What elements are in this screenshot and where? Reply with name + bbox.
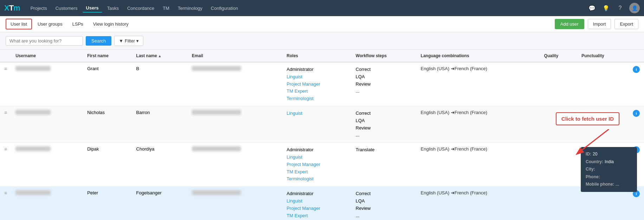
user-table-container: Username First name Last name Email Role… xyxy=(0,50,644,220)
avatar[interactable]: 👤 xyxy=(629,3,640,13)
table-header-row: Username First name Last name Email Role… xyxy=(0,50,644,62)
nav-configuration[interactable]: Configuration xyxy=(207,4,241,12)
chat-icon[interactable]: 💬 xyxy=(587,3,597,13)
filter-icon: ▼ xyxy=(119,38,123,44)
hamburger-icon[interactable]: ≡ xyxy=(4,190,7,196)
tooltip-id-value: 20 xyxy=(593,151,597,158)
firstname-cell: Nicholas xyxy=(83,106,132,142)
email-blur xyxy=(192,146,241,151)
tab-view-login-history[interactable]: View login history xyxy=(89,19,133,29)
workflow-cell: Correct LQA Review ... xyxy=(351,187,416,220)
workflow-cell: Correct LQA Review ... xyxy=(351,106,416,142)
lang-cell: English (USA) ➜French (France) xyxy=(416,106,540,142)
col-info xyxy=(629,50,644,62)
search-button[interactable]: Search xyxy=(86,36,111,46)
username-blur xyxy=(15,146,51,151)
hamburger-icon[interactable]: ≡ xyxy=(4,146,7,152)
info-icon[interactable]: i xyxy=(633,110,640,117)
nav-concordance[interactable]: Concordance xyxy=(124,4,158,12)
top-navigation: XTm Projects Customers Users Tasks Conco… xyxy=(0,0,644,16)
firstname-cell: Grant xyxy=(83,62,132,106)
tab-user-list[interactable]: User list xyxy=(6,19,32,29)
quality-cell xyxy=(540,187,577,220)
lastname-cell: B xyxy=(132,62,188,106)
user-table: Username First name Last name Email Role… xyxy=(0,50,644,220)
punctuality-cell xyxy=(577,62,629,106)
tooltip-mobile-label: Mobile phone: xyxy=(586,181,614,188)
tooltip-mobile-value: ... xyxy=(616,181,619,188)
tooltip-country-label: Country: xyxy=(586,158,603,166)
tab-user-groups[interactable]: User groups xyxy=(33,19,67,29)
username-blur xyxy=(15,190,51,195)
help-icon[interactable]: ? xyxy=(615,3,625,13)
col-quality: Quality xyxy=(540,50,577,62)
punctuality-cell xyxy=(577,106,629,142)
col-username: Username xyxy=(11,50,83,62)
lastname-cell: Chordiya xyxy=(132,143,188,187)
lightbulb-icon[interactable]: 💡 xyxy=(601,3,611,13)
info-icon[interactable]: i xyxy=(633,66,640,73)
workflow-cell: Translate xyxy=(351,143,416,187)
sub-navigation: User list User groups LSPs View login hi… xyxy=(0,16,644,32)
table-row: ≡ Grant B Administrator Linguist Project… xyxy=(0,62,644,106)
col-email: Email xyxy=(188,50,282,62)
hamburger-icon[interactable]: ≡ xyxy=(4,66,7,72)
nav-users[interactable]: Users xyxy=(83,4,102,13)
tooltip-country-value: India xyxy=(605,158,614,166)
export-button[interactable]: Export xyxy=(614,19,638,29)
table-row: ≡ Peter Fogelsanger Administrator Lingui… xyxy=(0,187,644,220)
tooltip-city-label: City: xyxy=(586,166,595,173)
roles-cell: Linguist xyxy=(282,106,351,142)
col-punctuality: Punctuality xyxy=(577,50,629,62)
quality-cell xyxy=(540,106,577,142)
import-button[interactable]: Import xyxy=(588,19,611,29)
lastname-cell: Fogelsanger xyxy=(132,187,188,220)
roles-cell: Administrator Linguist Project Manager T… xyxy=(282,62,351,106)
nav-customers[interactable]: Customers xyxy=(52,4,81,12)
col-roles: Roles xyxy=(282,50,351,62)
lang-cell: English (USA) ➜French (France) xyxy=(416,62,540,106)
search-bar: Search ▼ Filter ▾ xyxy=(0,32,644,50)
filter-button[interactable]: ▼ Filter ▾ xyxy=(114,36,143,46)
nav-tasks[interactable]: Tasks xyxy=(104,4,122,12)
email-blur xyxy=(192,66,241,71)
add-user-button[interactable]: Add user xyxy=(555,19,584,29)
username-blur xyxy=(15,110,51,115)
nav-projects[interactable]: Projects xyxy=(27,4,51,12)
nav-tm[interactable]: TM xyxy=(159,4,173,12)
username-blur xyxy=(15,66,51,71)
col-workflow: Workflow steps xyxy=(351,50,416,62)
table-row: ≡ Nicholas Barron Linguist Correct LQA R… xyxy=(0,106,644,142)
quality-cell xyxy=(540,62,577,106)
filter-label: Filter xyxy=(125,38,135,44)
firstname-cell: Dipak xyxy=(83,143,132,187)
tab-lsps[interactable]: LSPs xyxy=(68,19,87,29)
col-lastname[interactable]: Last name xyxy=(132,50,188,62)
tooltip-id-label: ID: xyxy=(586,151,591,158)
table-row: ≡ Dipak Chordiya Administrator Linguist … xyxy=(0,143,644,187)
search-input[interactable] xyxy=(6,36,83,46)
workflow-cell: Correct LQA Review ... xyxy=(351,62,416,106)
col-firstname: First name xyxy=(83,50,132,62)
lastname-cell: Barron xyxy=(132,106,188,142)
logo: XTm xyxy=(4,4,20,13)
email-blur xyxy=(192,190,241,195)
hamburger-icon[interactable]: ≡ xyxy=(4,110,7,115)
roles-cell: Administrator Linguist Project Manager T… xyxy=(282,187,351,220)
lang-cell: English (USA) ➜French (France) xyxy=(416,143,540,187)
filter-dropdown-icon: ▾ xyxy=(136,38,139,44)
col-hamburger xyxy=(0,50,11,62)
tooltip-phone-label: Phone: xyxy=(586,173,600,181)
firstname-cell: Peter xyxy=(83,187,132,220)
col-lang: Language combinations xyxy=(416,50,540,62)
nav-terminology[interactable]: Terminology xyxy=(174,4,206,12)
email-blur xyxy=(192,110,241,115)
roles-cell: Administrator Linguist Project Manager T… xyxy=(282,143,351,187)
user-tooltip-popup: ID: 20 Country: India City: Phone: Mobil… xyxy=(581,147,637,192)
lang-cell: English (USA) ➜French (France) xyxy=(416,187,540,220)
quality-cell xyxy=(540,143,577,187)
